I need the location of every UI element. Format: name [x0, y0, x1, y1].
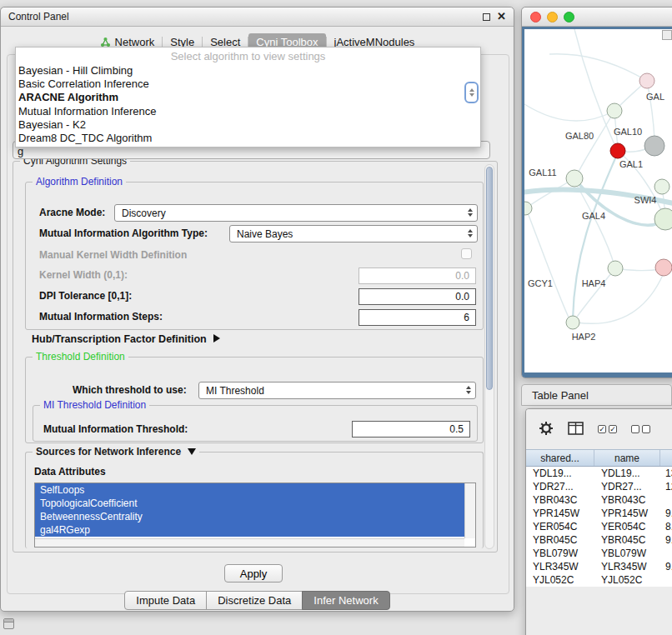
network-node[interactable]	[644, 136, 664, 156]
cell-extra: 9.	[660, 508, 672, 519]
cell-shared: YJL052C	[526, 574, 594, 586]
list-vertical-scrollbar[interactable]	[464, 483, 475, 538]
cyni-bottom-tabs: Impute Data Discretize Data Infer Networ…	[1, 591, 514, 610]
cell-shared: YLR345W	[526, 561, 594, 572]
collapsed-panel-icon[interactable]	[3, 618, 14, 629]
kernel-width-field[interactable]: 0.0	[359, 268, 476, 284]
close-traffic-icon[interactable]	[530, 12, 541, 22]
algorithm-option[interactable]: Bayesian - Hill Climbing	[16, 64, 480, 78]
algorithm-option-selected[interactable]: ARACNE Algorithm	[16, 91, 480, 104]
table-panel-title: Table Panel	[532, 389, 589, 402]
combobox-stepper-fragment[interactable]	[464, 82, 479, 103]
cell-name: YBR043C	[594, 494, 660, 506]
minimize-traffic-icon[interactable]	[547, 12, 558, 22]
mi-steps-field[interactable]: 6	[359, 309, 476, 326]
table-settings-button[interactable]	[539, 421, 554, 438]
algorithm-option[interactable]: Dream8 DC_TDC Algorithm	[16, 132, 480, 145]
attributes-list: SelfLoops TopologicalCoefficient Between…	[34, 482, 476, 548]
tab-discretize-data[interactable]: Discretize Data	[206, 591, 303, 610]
algorithm-option[interactable]: Mutual Information Inference	[16, 105, 480, 118]
network-node[interactable]	[524, 202, 532, 215]
list-horizontal-scrollbar[interactable]	[35, 538, 464, 547]
deselect-all-columns-button[interactable]	[631, 425, 650, 433]
cell-extra: 13	[660, 468, 672, 479]
group-title: Threshold Definition	[33, 351, 128, 362]
algorithm-option[interactable]: Basic Correlation Inference	[16, 78, 480, 91]
network-node[interactable]	[566, 170, 583, 187]
aracne-mode-combobox[interactable]: Discovery	[114, 204, 478, 222]
dpi-tolerance-label: DPI Tolerance [0,1]:	[39, 290, 132, 302]
which-threshold-label: Which threshold to use:	[73, 384, 187, 396]
network-node[interactable]	[566, 316, 579, 329]
select-all-columns-button[interactable]: ✓ ✓	[598, 425, 617, 433]
cell-name: YDR27...	[594, 481, 660, 492]
network-node[interactable]	[654, 208, 672, 230]
gear-icon	[539, 421, 554, 436]
network-node[interactable]	[654, 179, 669, 194]
close-icon[interactable]: ✕	[497, 12, 506, 21]
dpi-tolerance-field[interactable]: 0.0	[359, 288, 476, 305]
table-row[interactable]: YDR27... YDR27... 12	[526, 480, 672, 493]
network-node-red[interactable]	[610, 143, 625, 158]
table-panel-titlebar[interactable]: Table Panel	[521, 384, 672, 406]
table-row[interactable]: YBL079W YBL079W	[526, 547, 672, 560]
network-view-window: GAL GAL80 GAL10 GAL11 GAL1 SWI4 GAL4 GCY…	[521, 7, 672, 378]
sources-title: Sources for Network Inference	[36, 446, 181, 458]
attribute-item-selected[interactable]: BetweennessCentrality	[35, 510, 464, 523]
apply-button[interactable]: Apply	[224, 564, 283, 582]
column-header-name[interactable]: name	[594, 450, 660, 466]
manual-kernel-checkbox[interactable]	[461, 248, 472, 259]
which-threshold-combobox[interactable]: MI Threshold	[198, 382, 476, 399]
mi-threshold-field[interactable]: 0.5	[352, 421, 470, 438]
cell-name: YER054C	[594, 521, 660, 532]
algorithm-option[interactable]: Bayesian - K2	[16, 118, 480, 132]
table-row[interactable]: YBR045C YBR045C 9.	[526, 533, 672, 547]
attribute-item-selected[interactable]: SelfLoops	[35, 483, 464, 497]
tab-infer-network[interactable]: Infer Network	[302, 591, 389, 610]
table-row[interactable]: YLR345W YLR345W 9.	[526, 560, 672, 573]
network-window-titlebar[interactable]	[522, 8, 672, 27]
table-row[interactable]: YER054C YER054C 8.	[526, 520, 672, 533]
table-toolbar: ✓ ✓	[526, 409, 672, 449]
settings-scrollbar[interactable]	[484, 164, 494, 549]
scrollbar-thumb[interactable]	[486, 167, 493, 390]
cell-shared: YBR043C	[526, 494, 594, 506]
unchecked-box-icon	[642, 425, 650, 433]
algorithm-dropdown-popup: Select algorithm to view settings Bayesi…	[15, 47, 481, 148]
network-node[interactable]	[608, 261, 623, 276]
combobox-value: Discovery	[122, 208, 166, 219]
table-body: YDL19... YDL19... 13 YDR27... YDR27... 1…	[526, 467, 672, 587]
float-window-icon[interactable]	[483, 13, 490, 21]
zoom-traffic-icon[interactable]	[564, 12, 574, 22]
hub-section-label: Hub/Transcription Factor Definition	[32, 333, 207, 345]
attribute-item-selected[interactable]: TopologicalCoefficient	[35, 497, 464, 510]
node-label-gal4: GAL4	[582, 211, 605, 221]
column-header-extra[interactable]	[660, 450, 672, 466]
cell-name: YBR045C	[594, 534, 660, 546]
network-node-pink[interactable]	[655, 259, 672, 276]
table-row[interactable]: YDL19... YDL19... 13	[526, 467, 672, 480]
column-header-shared[interactable]: shared...	[526, 450, 594, 466]
show-columns-button[interactable]	[568, 422, 584, 438]
cell-shared: YER054C	[526, 521, 594, 532]
cell-name: YJL052C	[594, 574, 660, 586]
cell-name: YPR145W	[594, 508, 660, 519]
cell-shared: YBL079W	[526, 548, 594, 559]
scrollbar-corner-button[interactable]	[662, 30, 672, 40]
combobox-value: MI Threshold	[206, 385, 264, 397]
table-row[interactable]: YBR043C YBR043C	[526, 493, 672, 507]
network-node[interactable]	[639, 73, 654, 88]
network-node[interactable]	[607, 103, 622, 118]
table-row[interactable]: YPR145W YPR145W 9.	[526, 507, 672, 520]
tab-impute-data[interactable]: Impute Data	[124, 591, 207, 610]
network-canvas[interactable]: GAL GAL80 GAL10 GAL11 GAL1 SWI4 GAL4 GCY…	[522, 27, 672, 378]
table-row[interactable]: YJL052C YJL052C	[526, 573, 672, 587]
sources-toggle[interactable]: Sources for Network Inference	[33, 446, 199, 458]
control-panel-titlebar[interactable]: Control Panel ✕	[1, 8, 514, 27]
stepper-down-icon	[469, 93, 474, 97]
cell-shared: YPR145W	[526, 508, 594, 519]
hub-section-toggle[interactable]: Hub/Transcription Factor Definition	[32, 333, 220, 345]
attribute-item-selected[interactable]: gal4RGexp	[35, 523, 464, 537]
mi-type-combobox[interactable]: Naive Bayes	[229, 225, 478, 242]
stepper-icon	[466, 386, 471, 394]
